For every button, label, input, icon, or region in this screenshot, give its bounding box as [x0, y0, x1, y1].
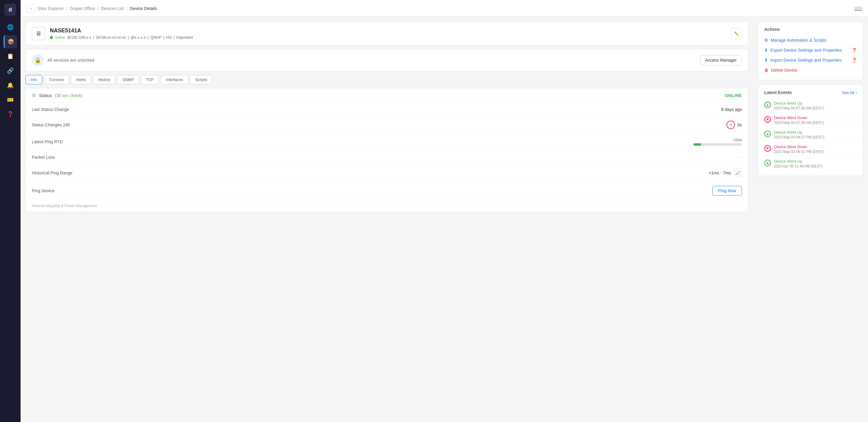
tab-tcp[interactable]: TCP	[141, 75, 159, 84]
event-time-2: 2023 May 04 07:28 AM (EEST)	[774, 121, 857, 125]
breadcrumb-sites[interactable]: Sites Explorer	[37, 6, 64, 11]
manage-automation-icon: ⚙	[764, 38, 768, 43]
status-changes-value: 0x	[737, 123, 742, 127]
left-panel: 🖥 NASE5141A online @192.168.x.x | 00:08:…	[21, 17, 753, 422]
event-item-5: ▲ Device Went Up 2023 Apr 05 11:46 AM (E…	[764, 157, 857, 171]
tab-info[interactable]: Info	[25, 75, 42, 84]
tab-alerts[interactable]: Alerts	[71, 75, 91, 84]
delete-device-link[interactable]: 🗑 Delete Device	[764, 65, 857, 75]
device-type-icon: 🖥	[35, 30, 41, 37]
delete-device-label: Delete Device	[771, 68, 797, 72]
breadcrumb-sep-2: /	[97, 6, 99, 11]
ping-device-row: Ping Device Ping Now	[26, 182, 748, 200]
check-interval: (30 sec check)	[55, 93, 83, 98]
event-dot-2: ▼	[764, 116, 771, 123]
export-settings-link[interactable]: ⬇ Export Device Settings and Properties …	[764, 45, 857, 55]
event-time-1: 2023 May 04 07:30 AM (EEST)	[774, 106, 857, 110]
event-time-4: 2023 May 03 08:52 PM (EEST)	[774, 150, 857, 154]
breadcrumb: Sites Explorer / Draper Office / Devices…	[37, 6, 157, 11]
ping-rtd-display: <1ms	[693, 138, 742, 146]
event-item-4: ▼ Device Went Down 2023 May 03 08:52 PM …	[764, 142, 857, 157]
tab-snmp[interactable]: SNMP	[117, 75, 139, 84]
topbar-right: 📖	[855, 5, 862, 12]
historical-ping-row: Historical Ping Range <1ms - 7ms 📈	[26, 164, 748, 182]
event-title-5: Device Went Up	[774, 159, 857, 164]
network-footer: Network Mapping & Power Management	[26, 200, 748, 212]
export-settings-label: Export Device Settings and Properties	[770, 48, 842, 53]
sep-4: |	[163, 35, 164, 40]
historical-ping-right: <1ms - 7ms 📈	[709, 169, 742, 177]
device-meta: online @192.168.x.x | 00:08:xx:xx:xx:xx …	[50, 35, 726, 40]
import-help-icon[interactable]: ❓	[852, 58, 857, 63]
status-indicator	[50, 36, 53, 39]
events-title: Latest Events	[764, 90, 842, 95]
sep-3: |	[148, 35, 149, 40]
ping-rtd-value: <1ms	[733, 138, 742, 142]
status-label: Status	[39, 93, 52, 98]
export-help-icon[interactable]: ❓	[852, 48, 857, 53]
device-info: NASE5141A online @192.168.x.x | 00:08:xx…	[50, 28, 726, 40]
ping-device-label: Ping Device	[32, 188, 712, 193]
status-value: ONLINE	[725, 93, 742, 98]
back-button[interactable]: ‹	[27, 4, 35, 13]
events-header: Latest Events See All ›	[764, 90, 857, 95]
event-content-5: Device Went Up 2023 Apr 05 11:46 AM (EES…	[774, 159, 857, 168]
chart-icon[interactable]: 📈	[734, 169, 742, 177]
device-tier: HS	[166, 35, 172, 40]
breadcrumb-draper[interactable]: Draper Office	[70, 6, 95, 11]
sidebar-item-support[interactable]: ❓	[4, 108, 17, 121]
ping-rtd-row: Latest Ping RTD <1ms	[26, 134, 748, 150]
app-logo: d	[4, 4, 16, 16]
device-edit-button[interactable]: ✏️	[731, 28, 742, 39]
event-content-1: Device Went Up 2023 May 04 07:30 AM (EES…	[774, 101, 857, 110]
sidebar-item-sites[interactable]: 🌐	[4, 21, 17, 34]
tab-scripts[interactable]: Scripts	[190, 75, 212, 84]
see-all-button[interactable]: See All ›	[842, 90, 857, 95]
status-panel: ⚙ Status (30 sec check) ONLINE Last Stat…	[25, 88, 748, 212]
access-manager-section: 🔒 All services are unlocked Access Manag…	[25, 49, 748, 71]
sidebar-item-reports[interactable]: 📋	[4, 50, 17, 63]
sep-5: |	[174, 35, 175, 40]
event-item-2: ▼ Device Went Down 2023 May 04 07:28 AM …	[764, 113, 857, 128]
event-time-5: 2023 Apr 05 11:46 AM (EEST)	[774, 164, 857, 168]
delete-icon: 🗑	[764, 68, 769, 72]
manage-automation-link[interactable]: ⚙ Manage Automation & Scripts	[764, 35, 857, 45]
lock-icon: 🔒	[32, 54, 44, 66]
device-ip: @192.168.x.x	[67, 35, 91, 40]
event-item-3: ▲ Device Went Up 2023 May 03 09:27 PM (E…	[764, 128, 857, 142]
event-title-3: Device Went Up	[774, 130, 857, 134]
sidebar-item-alerts[interactable]: 🔔	[4, 78, 17, 92]
ping-bar-fill	[693, 143, 701, 146]
status-header-row: ⚙ Status (30 sec check) ONLINE	[26, 88, 748, 103]
content-area: 🖥 NASE5141A online @192.168.x.x | 00:08:…	[21, 17, 868, 422]
gear-icon: ⚙	[32, 93, 36, 98]
breadcrumb-sep-3: /	[126, 6, 127, 11]
book-icon[interactable]: 📖	[855, 5, 862, 12]
device-alt-ip: @x.x.x.x	[131, 35, 146, 40]
tabs-row: Info Connect Alerts History SNMP TCP Int…	[25, 75, 748, 84]
sidebar-item-devices[interactable]: 📦	[4, 35, 17, 48]
tab-connect[interactable]: Connect	[44, 75, 69, 84]
access-description: All services are unlocked	[48, 58, 696, 63]
tab-history[interactable]: History	[93, 75, 115, 84]
right-panel: Actions ⚙ Manage Automation & Scripts ⬇ …	[753, 17, 868, 422]
import-settings-link[interactable]: ⬆ Import Device Settings and Properties …	[764, 55, 857, 65]
status-changes-24h-row: Status Changes 24h ↺ 0x	[26, 117, 748, 134]
event-title-4: Device Went Down	[774, 144, 857, 149]
status-changes-right: ↺ 0x	[726, 121, 742, 129]
device-header: 🖥 NASE5141A online @192.168.x.x | 00:08:…	[25, 22, 748, 45]
event-content-3: Device Went Up 2023 May 03 09:27 PM (EES…	[774, 130, 857, 139]
sidebar-item-network[interactable]: 🔗	[4, 64, 17, 77]
device-status: online	[55, 35, 65, 40]
ping-now-button[interactable]: Ping Now	[712, 186, 742, 196]
sidebar-item-tickets[interactable]: 🎫	[4, 93, 17, 106]
event-content-4: Device Went Down 2023 May 03 08:52 PM (E…	[774, 144, 857, 154]
events-section: Latest Events See All › ▲ Device Went Up…	[758, 85, 863, 176]
packet-loss-row: Packet Loss -	[26, 150, 748, 164]
breadcrumb-devices-list[interactable]: Devices List	[101, 6, 124, 11]
tab-interfaces[interactable]: Interfaces	[161, 75, 188, 84]
access-manager-button[interactable]: Access Manager	[700, 55, 742, 65]
import-settings-label: Import Device Settings and Properties	[770, 58, 842, 63]
last-status-change-label: Last Status Change	[32, 107, 721, 112]
see-all-label: See All	[842, 90, 854, 95]
